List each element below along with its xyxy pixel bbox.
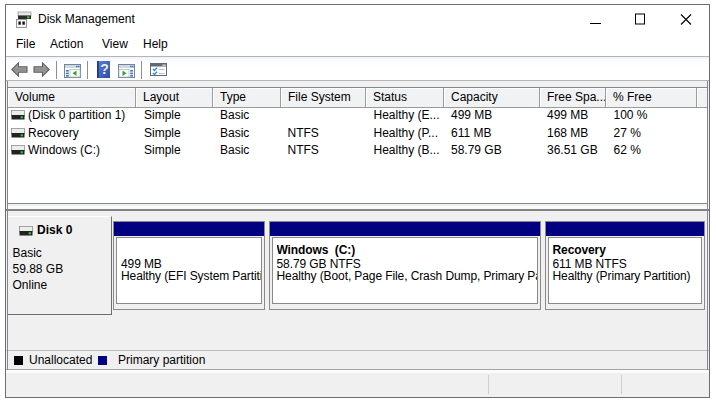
svg-text:?: ? (100, 61, 109, 77)
